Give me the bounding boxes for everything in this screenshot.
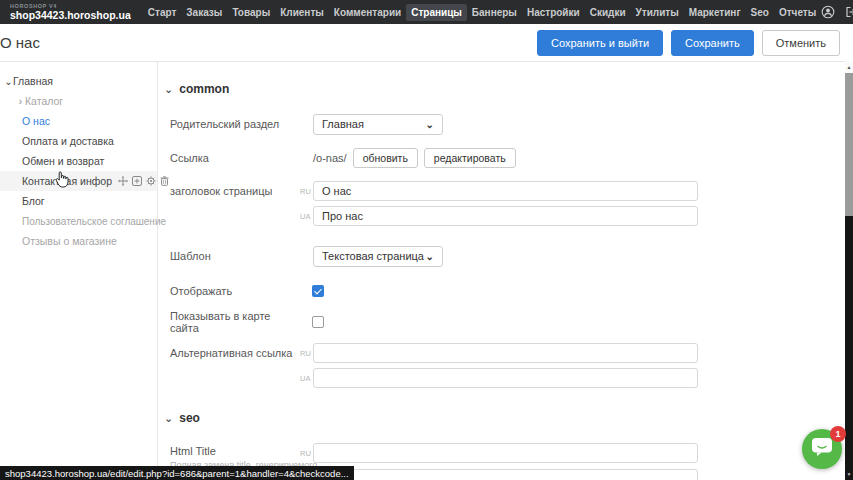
menu-item-discounts[interactable]: Скидки: [585, 4, 631, 21]
section-common-header[interactable]: ⌄ common: [164, 82, 229, 96]
parent-section-select[interactable]: Главная ⌄: [313, 114, 443, 135]
chevron-down-icon[interactable]: ⌄: [4, 76, 13, 87]
chevron-right-icon[interactable]: ›: [16, 96, 25, 107]
template-value: Текстовая страница: [322, 250, 424, 262]
page-title-ru-input[interactable]: [313, 181, 698, 201]
alt-link-ua-input[interactable]: [313, 368, 698, 388]
sidebar-item-label: Блог: [22, 195, 45, 207]
pages-tree-sidebar: ⌄ Главная › Каталог О нас Оплата и доста…: [0, 61, 158, 480]
brand-logo[interactable]: HOROSHOP V4 shop34423.horoshop.ua: [10, 4, 131, 21]
chevron-down-icon: ⌄: [426, 251, 434, 262]
menu-item-utilities[interactable]: Утилиты: [631, 4, 684, 21]
move-icon[interactable]: [118, 176, 128, 186]
field-row-display: Отображать: [170, 280, 324, 302]
sidebar-item-user-agreement[interactable]: Пользовательское соглашение: [0, 211, 157, 231]
sidebar-item-label: Отзывы о магазине: [22, 235, 117, 247]
field-row-alt-link-ua: UA: [170, 367, 698, 389]
sidebar-item-label: Каталог: [25, 95, 63, 107]
save-and-exit-button[interactable]: Сохранить и выйти: [537, 30, 663, 56]
field-row-link: Ссылка /o-nas/ обновить редактировать: [170, 147, 516, 169]
page-title-label: заголовок страницы: [170, 185, 300, 197]
add-subpage-icon[interactable]: [132, 176, 142, 186]
field-row-sitemap: Показывать в карте сайта: [170, 311, 324, 333]
menu-item-products[interactable]: Товары: [227, 4, 275, 21]
settings-gear-icon[interactable]: [146, 176, 156, 186]
field-row-page-title-ru: заголовок страницы RU: [170, 180, 698, 202]
field-row-html-title-ru: Html Title Полная замена title, генериру…: [170, 442, 698, 464]
chevron-down-icon[interactable]: ⌄: [164, 412, 173, 425]
sidebar-item-about[interactable]: О нас: [0, 111, 157, 131]
sitemap-checkbox[interactable]: [312, 316, 324, 328]
html-title-label-text: Html Title: [170, 445, 216, 457]
chat-unread-badge[interactable]: 1: [830, 426, 846, 442]
scroll-down-button[interactable]: ▼: [845, 468, 853, 480]
topbar: HOROSHOP V4 shop34423.horoshop.ua Старт …: [0, 0, 853, 24]
sidebar-item-label: Контактная инфор: [22, 175, 112, 187]
display-label: Отображать: [170, 285, 300, 297]
scroll-up-button[interactable]: ▲: [845, 61, 853, 73]
sidebar-item-payment-delivery[interactable]: Оплата и доставка: [0, 131, 157, 151]
field-row-parent-section: Родительский раздел Главная ⌄: [170, 113, 443, 135]
template-select[interactable]: Текстовая страница ⌄: [313, 246, 443, 267]
sidebar-item-exchange-return[interactable]: Обмен и возврат: [0, 151, 157, 171]
page-scrollbar[interactable]: ▲ ▼: [845, 61, 853, 480]
section-title: common: [179, 82, 229, 96]
menu-item-pages[interactable]: Страницы: [406, 4, 467, 21]
chat-bubble-icon: [811, 437, 833, 461]
lang-tag-ru: RU: [300, 449, 313, 458]
section-title: seo: [179, 411, 200, 425]
lang-tag-ua: UA: [300, 374, 313, 383]
delete-trash-icon[interactable]: [160, 176, 169, 186]
account-icon[interactable]: [821, 5, 835, 19]
cancel-button[interactable]: Отменить: [762, 30, 840, 56]
menu-item-comments[interactable]: Комментарии: [329, 4, 406, 21]
lang-tag-ru: RU: [300, 349, 313, 358]
sidebar-item-contact-info[interactable]: Контактная инфор: [0, 171, 157, 191]
menu-item-banners[interactable]: Баннеры: [467, 4, 522, 21]
menu-item-reports[interactable]: Отчеты: [774, 4, 821, 21]
logout-icon[interactable]: [844, 5, 853, 19]
sidebar-item-catalog[interactable]: › Каталог: [0, 91, 157, 111]
save-button[interactable]: Сохранить: [671, 30, 754, 56]
menu-item-clients[interactable]: Клиенты: [275, 4, 329, 21]
sidebar-item-label: О нас: [22, 115, 50, 127]
sidebar-item-label: Оплата и доставка: [22, 135, 114, 147]
alt-link-ru-input[interactable]: [313, 343, 698, 363]
lang-tag-ua: UA: [300, 212, 313, 221]
template-label: Шаблон: [170, 250, 300, 262]
chevron-down-icon: ⌄: [426, 119, 434, 130]
topbar-actions: [821, 5, 853, 19]
html-title-ua-input[interactable]: [313, 469, 698, 480]
link-path-value: /o-nas/: [313, 152, 347, 164]
html-title-ru-input[interactable]: [313, 443, 698, 463]
page-title-ua-input[interactable]: [313, 206, 698, 226]
menu-item-orders[interactable]: Заказы: [181, 4, 227, 21]
chevron-down-icon[interactable]: ⌄: [164, 83, 173, 96]
link-update-button[interactable]: обновить: [353, 148, 418, 168]
scrollbar-thumb[interactable]: [845, 73, 853, 216]
page-header: О нас Сохранить и выйти Сохранить Отмени…: [0, 24, 853, 62]
sidebar-item-home[interactable]: ⌄ Главная: [0, 71, 157, 91]
brand-domain-label: shop34423.horoshop.ua: [10, 10, 131, 21]
alt-link-label: Альтернативная ссылка: [170, 347, 300, 359]
parent-section-value: Главная: [322, 118, 364, 130]
link-status-bar: shop34423.horoshop.ua/edit/edit.php?id=6…: [0, 466, 354, 480]
sidebar-item-label: Пользовательское соглашение: [22, 216, 166, 227]
sidebar-item-blog[interactable]: Блог: [0, 191, 157, 211]
section-seo-header[interactable]: ⌄ seo: [164, 411, 200, 425]
admin-screen: HOROSHOP V4 shop34423.horoshop.ua Старт …: [0, 0, 853, 480]
menu-item-settings[interactable]: Настройки: [522, 4, 585, 21]
lang-tag-ru: RU: [300, 187, 313, 196]
field-row-template: Шаблон Текстовая страница ⌄: [170, 245, 443, 267]
sidebar-item-label: Обмен и возврат: [22, 155, 104, 167]
field-row-page-title-ua: UA: [170, 205, 698, 227]
link-label: Ссылка: [170, 152, 300, 164]
menu-item-seo[interactable]: Seo: [746, 4, 774, 21]
field-row-alt-link-ru: Альтернативная ссылка RU: [170, 342, 698, 364]
display-checkbox[interactable]: [312, 285, 324, 297]
sidebar-item-store-reviews[interactable]: Отзывы о магазине: [0, 231, 157, 251]
tree-row-actions: [118, 176, 169, 186]
menu-item-marketing[interactable]: Маркетинг: [684, 4, 746, 21]
link-edit-button[interactable]: редактировать: [424, 148, 516, 168]
menu-item-start[interactable]: Старт: [143, 4, 182, 21]
